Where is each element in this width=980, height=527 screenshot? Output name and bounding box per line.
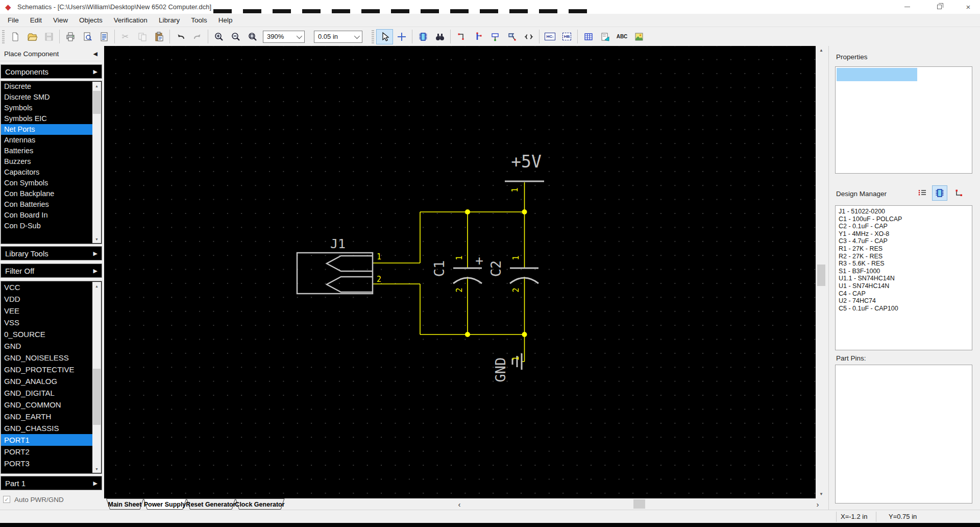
components-view-button[interactable] xyxy=(932,185,947,201)
list-item[interactable]: Antennas xyxy=(1,135,93,146)
paste-button[interactable] xyxy=(151,29,167,44)
menu-file[interactable]: File xyxy=(2,14,24,27)
list-item[interactable]: PORT3 xyxy=(1,458,93,469)
list-item[interactable]: GND_DIGITAL xyxy=(1,387,93,399)
menu-view[interactable]: View xyxy=(47,14,74,27)
scrollbar-thumb[interactable] xyxy=(633,499,645,509)
list-item[interactable]: Con Board In xyxy=(1,210,93,221)
place-component-button[interactable] xyxy=(414,29,431,44)
scroll-down-icon[interactable]: ▼ xyxy=(817,490,826,498)
toolbar-grip[interactable] xyxy=(372,30,374,43)
redo-button[interactable] xyxy=(189,29,206,44)
list-item[interactable]: Symbols xyxy=(1,103,93,113)
place-picture-button[interactable] xyxy=(630,29,647,44)
components-section-bar[interactable]: Components ▶ xyxy=(1,64,102,79)
place-text-button[interactable]: ABC xyxy=(614,29,630,44)
menu-tools[interactable]: Tools xyxy=(185,14,213,27)
list-item[interactable]: Con Symbols xyxy=(1,178,93,188)
design-item[interactable]: C4 - CAP xyxy=(836,290,972,298)
close-button[interactable]: × xyxy=(957,0,980,14)
place-bus-connection-button[interactable] xyxy=(486,29,503,44)
scrollbar-thumb[interactable] xyxy=(93,369,101,425)
zoom-window-button[interactable] xyxy=(244,29,261,44)
list-item[interactable]: VEE xyxy=(1,305,93,317)
design-item[interactable]: C3 - 4.7uF - CAP xyxy=(836,237,972,245)
connector-j1[interactable]: J1 1 2 xyxy=(297,236,381,294)
tab-label[interactable]: Clock Generator xyxy=(235,501,284,508)
list-item[interactable]: Con D-Sub xyxy=(1,221,93,231)
print-preview-button[interactable] xyxy=(79,29,95,44)
default-mode-button[interactable] xyxy=(376,29,393,44)
titles-sheet-button[interactable] xyxy=(95,29,112,44)
scroll-left-icon[interactable]: ‹ xyxy=(454,498,464,510)
list-item[interactable]: VDD xyxy=(1,293,93,305)
ground-port[interactable]: GND 1 xyxy=(493,353,522,382)
zoom-in-button[interactable] xyxy=(210,29,227,44)
place-origin-button[interactable] xyxy=(393,29,410,44)
list-item[interactable]: GND_EARTH xyxy=(1,411,93,422)
capacitor-c2[interactable]: C2 1 2 xyxy=(488,255,538,292)
menu-library[interactable]: Library xyxy=(153,14,185,27)
print-button[interactable] xyxy=(62,29,79,44)
convert-to-pcb-button[interactable] xyxy=(597,29,614,44)
design-item[interactable]: R3 - 5.6K - RES xyxy=(836,260,972,268)
find-component-button[interactable] xyxy=(431,29,448,44)
place-hierarchy-connector-button[interactable]: HC- xyxy=(542,29,558,44)
design-item[interactable]: U1 - SN74HC14N xyxy=(836,282,972,290)
list-item[interactable]: Discrete xyxy=(1,81,93,92)
tab-label[interactable]: Reset Generator xyxy=(186,501,235,508)
design-item[interactable]: J1 - 51022-0200 xyxy=(836,208,972,215)
scrollbar-thumb[interactable] xyxy=(93,91,101,114)
list-item[interactable]: GND_ANALOG xyxy=(1,375,93,387)
menu-verification[interactable]: Verification xyxy=(108,14,153,27)
collapse-left-icon[interactable]: ◀ xyxy=(93,51,97,57)
design-item[interactable]: S1 - B3F-1000 xyxy=(836,268,972,275)
list-item-selected[interactable]: Net Ports xyxy=(1,124,93,135)
design-item[interactable]: C1 - 100uF - POLCAP xyxy=(836,215,972,223)
place-net-port-button[interactable] xyxy=(503,29,520,44)
list-item[interactable]: Buzzers xyxy=(1,156,93,167)
list-item[interactable]: VCC xyxy=(1,281,93,293)
net-port-list-scrollbar[interactable]: ▲ ▼ xyxy=(92,282,101,473)
list-item[interactable]: Batteries xyxy=(1,146,93,156)
menu-edit[interactable]: Edit xyxy=(24,14,47,27)
spreadsheet-button[interactable] xyxy=(580,29,597,44)
new-document-button[interactable] xyxy=(7,29,23,44)
design-item[interactable]: U1.1 - SN74HC14N xyxy=(836,275,972,282)
list-item[interactable]: GND_NOISELESS xyxy=(1,352,93,364)
scroll-up-icon[interactable]: ▲ xyxy=(817,46,826,55)
schematic-canvas[interactable]: +5V 1 J1 1 2 + C1 1 2 C2 1 2 xyxy=(104,46,816,498)
nets-view-button[interactable] xyxy=(951,185,967,201)
undo-button[interactable] xyxy=(172,29,189,44)
list-item[interactable]: PORT2 xyxy=(1,446,93,458)
design-item[interactable]: R1 - 27K - RES xyxy=(836,245,972,253)
list-item[interactable]: Discrete SMD xyxy=(1,92,93,103)
menu-help[interactable]: Help xyxy=(213,14,238,27)
design-item[interactable]: C2 - 0.1uF - CAP xyxy=(836,223,972,230)
selected-property-row[interactable] xyxy=(837,68,917,81)
library-tools-bar[interactable]: Library Tools ▶ xyxy=(1,246,102,260)
zoom-scale-select[interactable]: 390% xyxy=(263,31,305,43)
list-item[interactable]: GND_CHASSIS xyxy=(1,422,93,434)
menu-objects[interactable]: Objects xyxy=(74,14,108,27)
list-item-selected[interactable]: PORT1 xyxy=(1,434,93,446)
place-bus-button[interactable] xyxy=(470,29,486,44)
list-item[interactable]: GND_COMMON xyxy=(1,399,93,411)
canvas-horizontal-scrollbar[interactable]: ‹ › xyxy=(454,498,823,510)
design-item[interactable]: U2 - 74HC74 xyxy=(836,297,972,305)
part-section-bar[interactable]: Part 1 ▶ xyxy=(1,476,102,490)
scroll-right-icon[interactable]: › xyxy=(813,498,823,510)
filter-bar[interactable]: Filter Off ▶ xyxy=(1,264,102,278)
scrollbar-thumb[interactable] xyxy=(817,265,825,286)
component-list-scrollbar[interactable]: ▲ ▼ xyxy=(92,82,101,243)
grid-step-select[interactable]: 0.05 in xyxy=(314,31,362,43)
scroll-up-icon[interactable]: ▲ xyxy=(92,82,101,90)
scroll-down-icon[interactable]: ▼ xyxy=(92,465,101,473)
zoom-out-button[interactable] xyxy=(227,29,244,44)
design-item[interactable]: C5 - 0.1uF - CAP100 xyxy=(836,305,972,313)
place-hierarchy-block-button[interactable]: HB xyxy=(558,29,575,44)
list-item[interactable]: 0_SOURCE xyxy=(1,328,93,340)
list-item[interactable]: Capacitors xyxy=(1,167,93,178)
list-item[interactable]: Symbols EIC xyxy=(1,113,93,124)
list-item[interactable]: GND_PROTECTIVE xyxy=(1,364,93,375)
